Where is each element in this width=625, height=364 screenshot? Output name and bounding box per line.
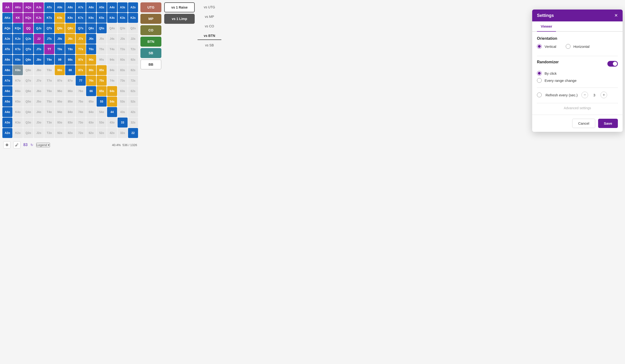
grid-cell[interactable]: 44 xyxy=(107,107,117,117)
grid-cell[interactable]: 96o xyxy=(55,86,65,96)
grid-cell[interactable]: K6s xyxy=(86,13,96,23)
grid-cell[interactable]: J7o xyxy=(34,76,44,86)
grid-cell[interactable]: 83s xyxy=(118,65,127,75)
grid-cell[interactable]: 84s xyxy=(107,65,117,75)
grid-cell[interactable]: A6s xyxy=(86,2,96,12)
grid-cell[interactable]: 54s xyxy=(107,97,117,107)
grid-cell[interactable]: 94o xyxy=(55,107,65,117)
grid-cell[interactable]: J8o xyxy=(34,65,44,75)
grid-cell[interactable]: 82s xyxy=(128,65,138,75)
grid-cell[interactable]: K8o xyxy=(13,65,23,75)
grid-cell[interactable]: K3s xyxy=(118,13,127,23)
grid-cell[interactable]: 32s xyxy=(128,118,138,127)
randomizer-toggle[interactable] xyxy=(607,61,618,67)
grid-cell[interactable]: Q7s xyxy=(76,23,86,33)
grid-cell[interactable]: 87s xyxy=(76,65,86,75)
grid-cell[interactable]: 64s xyxy=(107,86,117,96)
grid-cell[interactable]: KJo xyxy=(13,34,23,44)
grid-cell[interactable]: Q5s xyxy=(97,23,107,33)
grid-cell[interactable]: J4s xyxy=(107,34,117,44)
grid-cell[interactable]: Q8s xyxy=(65,23,75,33)
every-range-radio[interactable] xyxy=(537,78,542,83)
grid-cell[interactable]: 73s xyxy=(118,76,127,86)
grid-cell[interactable]: J5o xyxy=(34,97,44,107)
grid-cell[interactable]: A9s xyxy=(55,2,65,12)
grid-cell[interactable]: Q6s xyxy=(86,23,96,33)
grid-cell[interactable]: 86s xyxy=(86,65,96,75)
grid-cell[interactable]: K6o xyxy=(13,86,23,96)
grid-cell[interactable]: J5s xyxy=(97,34,107,44)
vertical-radio[interactable] xyxy=(537,44,542,49)
grid-cell[interactable]: Q9s xyxy=(55,23,65,33)
grid-cell[interactable]: 97o xyxy=(55,76,65,86)
grid-cell[interactable]: KTo xyxy=(13,44,23,54)
grid-cell[interactable]: A4o xyxy=(2,107,12,117)
grid-cell[interactable]: T9o xyxy=(44,55,54,65)
grid-cell[interactable]: A2o xyxy=(2,128,12,138)
grid-cell[interactable]: 94s xyxy=(107,55,117,65)
position-btn-mp[interactable]: MP xyxy=(140,14,161,24)
position-btn-bb[interactable]: BB xyxy=(140,60,161,69)
grid-cell[interactable]: Q8o xyxy=(23,65,33,75)
grid-cell[interactable]: 65o xyxy=(86,97,96,107)
grid-cell[interactable]: AA xyxy=(2,2,12,12)
grid-cell[interactable]: KK xyxy=(13,13,23,23)
grid-cell[interactable]: T2s xyxy=(128,44,138,54)
grid-cell[interactable]: Q9o xyxy=(23,55,33,65)
grid-cell[interactable]: 62s xyxy=(128,86,138,96)
grid-cell[interactable]: 93o xyxy=(55,118,65,127)
grid-cell[interactable]: 43s xyxy=(118,107,127,117)
grid-cell[interactable]: QJo xyxy=(23,34,33,44)
grid-cell[interactable]: 92s xyxy=(128,55,138,65)
grid-cell[interactable]: K5o xyxy=(13,97,23,107)
grid-cell[interactable]: J9s xyxy=(55,34,65,44)
grid-cell[interactable]: T7s xyxy=(76,44,86,54)
grid-cell[interactable]: 99 xyxy=(55,55,65,65)
grid-cell[interactable]: T6s xyxy=(86,44,96,54)
grid-cell[interactable]: T2o xyxy=(44,128,54,138)
grid-cell[interactable]: 76o xyxy=(76,86,86,96)
filter-button[interactable]: 🖊 xyxy=(13,141,21,149)
grid-cell[interactable]: 52o xyxy=(97,128,107,138)
grid-cell[interactable]: T9s xyxy=(55,44,65,54)
grid-cell[interactable]: 98o xyxy=(55,65,65,75)
grid-cell[interactable]: K4s xyxy=(107,13,117,23)
grid-cell[interactable]: K4o xyxy=(13,107,23,117)
grid-cell[interactable]: JJ xyxy=(34,34,44,44)
grid-cell[interactable]: T6o xyxy=(44,86,54,96)
grid-cell[interactable]: K5s xyxy=(97,13,107,23)
grid-cell[interactable]: 86o xyxy=(65,86,75,96)
grid-cell[interactable]: A4s xyxy=(107,2,117,12)
grid-cell[interactable]: 33 xyxy=(118,118,127,127)
grid-cell[interactable]: 42s xyxy=(128,107,138,117)
refresh-icon[interactable]: ↻ xyxy=(31,143,33,147)
grid-cell[interactable]: 74s xyxy=(107,76,117,86)
grid-cell[interactable]: A5s xyxy=(97,2,107,12)
position-btn-sb[interactable]: SB xyxy=(140,48,161,58)
grid-cell[interactable]: K9o xyxy=(13,55,23,65)
grid-cell[interactable]: 85o xyxy=(65,97,75,107)
grid-cell[interactable]: KQo xyxy=(13,23,23,33)
by-click-radio[interactable] xyxy=(537,71,542,76)
grid-cell[interactable]: JTs xyxy=(44,34,54,44)
grid-cell[interactable]: 43o xyxy=(107,118,117,127)
action-btn-vs-1-limp[interactable]: vs 1 Limp xyxy=(164,14,195,24)
grid-cell[interactable]: T8s xyxy=(65,44,75,54)
grid-cell[interactable]: A5o xyxy=(2,97,12,107)
grid-cell[interactable]: 73o xyxy=(76,118,86,127)
action-btn-vs-1-raise[interactable]: vs 1 Raise xyxy=(164,2,195,12)
grid-cell[interactable]: 88 xyxy=(65,65,75,75)
grid-cell[interactable]: 87o xyxy=(65,76,75,86)
grid-cell[interactable]: 95o xyxy=(55,97,65,107)
grid-cell[interactable]: A7s xyxy=(76,2,86,12)
grid-cell[interactable]: A6o xyxy=(2,86,12,96)
grid-cell[interactable]: QQ xyxy=(23,23,33,33)
position-btn-co[interactable]: CO xyxy=(140,25,161,35)
grid-cell[interactable]: J2o xyxy=(34,128,44,138)
cancel-button[interactable]: Cancel xyxy=(572,119,595,128)
grid-cell[interactable]: K9s xyxy=(55,13,65,23)
decrement-button[interactable]: − xyxy=(581,91,588,98)
grid-cell[interactable]: 66 xyxy=(86,86,96,96)
grid-cell[interactable]: T4o xyxy=(44,107,54,117)
grid-cell[interactable]: 75s xyxy=(97,76,107,86)
